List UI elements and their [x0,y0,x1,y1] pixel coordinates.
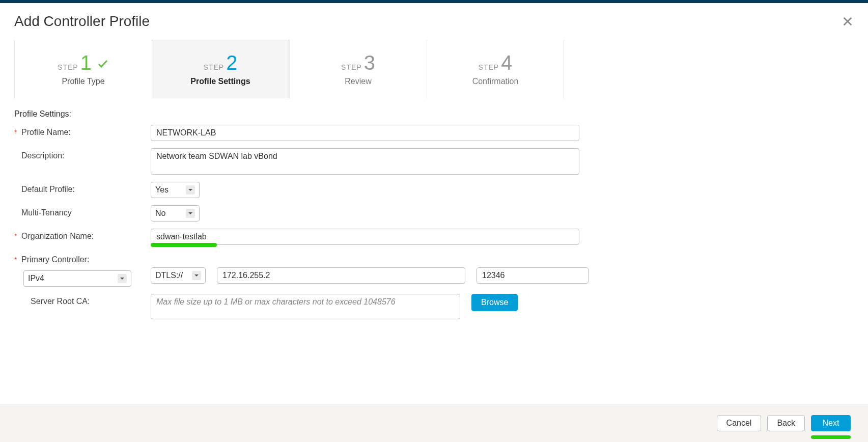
chevron-down-icon [192,271,201,280]
server-root-ca-input[interactable] [151,294,460,319]
step-label: Confirmation [472,77,519,86]
step-profile-settings[interactable]: STEP 2 Profile Settings [152,40,289,98]
step-word: STEP [341,64,362,71]
row-multi-tenancy: Multi-Tenancy No [14,205,854,222]
chevron-down-icon [186,185,195,195]
multi-tenancy-select[interactable]: No [151,205,200,222]
profile-name-input[interactable] [151,125,579,141]
protocol-value: DTLS:// [155,271,183,280]
row-description: Description: Network team SDWAN lab vBon… [14,148,854,175]
back-button[interactable]: Back [767,415,805,431]
highlight-annotation [811,435,851,439]
required-asterisk: * [14,128,21,136]
step-word: STEP [58,64,78,71]
step-profile-type[interactable]: STEP 1 Profile Type [14,40,152,98]
next-button[interactable]: Next [811,415,851,431]
row-default-profile: Default Profile: Yes [14,182,854,198]
default-profile-value: Yes [155,185,169,195]
browse-button[interactable]: Browse [471,294,518,311]
close-icon[interactable] [842,15,854,27]
step-word: STEP [204,64,225,71]
controller-address-input[interactable] [217,267,465,284]
form-area: Profile Settings: * Profile Name: Descri… [0,98,868,347]
default-profile-select[interactable]: Yes [151,182,200,198]
required-asterisk: * [14,256,21,264]
check-icon [97,58,109,71]
ip-version-value: IPv4 [28,274,44,283]
step-word: STEP [479,64,499,71]
step-number: 1 [80,52,92,73]
step-label: Profile Settings [190,77,250,86]
add-controller-profile-dialog: Add Controller Profile STEP 1 Profile Ty… [0,3,868,442]
highlight-annotation [151,243,217,247]
chevron-down-icon [118,274,127,283]
description-input[interactable]: Network team SDWAN lab vBond [151,148,579,175]
wizard-steps: STEP 1 Profile Type STEP 2 Profile Setti… [0,40,868,98]
label-description: Description: [21,151,64,160]
step-review[interactable]: STEP 3 Review [289,40,427,98]
label-profile-name: Profile Name: [21,128,71,137]
label-organization-name: Organization Name: [21,232,94,241]
section-heading: Profile Settings: [14,109,854,119]
chevron-down-icon [186,209,195,218]
row-primary-controller-label: * Primary Controller: [14,252,854,264]
dialog-footer: Cancel Back Next [0,404,868,442]
row-server-root-ca: Server Root CA: Browse [14,294,854,319]
required-asterisk: * [14,232,21,240]
row-profile-name: * Profile Name: [14,125,854,141]
step-number: 3 [364,52,375,73]
step-confirmation[interactable]: STEP 4 Confirmation [427,40,564,98]
label-server-root-ca: Server Root CA: [31,297,90,306]
ip-version-select[interactable]: IPv4 [23,270,131,287]
label-primary-controller: Primary Controller: [21,255,89,264]
row-primary-controller-fields: IPv4 DTLS:// [14,267,854,287]
row-organization-name: * Organization Name: [14,229,854,245]
controller-port-input[interactable] [477,267,589,284]
cancel-button[interactable]: Cancel [717,415,762,431]
step-number: 4 [501,52,512,73]
dialog-header: Add Controller Profile [0,3,868,35]
label-default-profile: Default Profile: [21,185,75,194]
label-multi-tenancy: Multi-Tenancy [21,208,72,217]
protocol-select[interactable]: DTLS:// [151,267,206,284]
step-number: 2 [226,52,237,73]
step-label: Profile Type [62,77,104,86]
dialog-title: Add Controller Profile [14,13,150,30]
step-label: Review [345,77,371,86]
multi-tenancy-value: No [155,209,165,218]
